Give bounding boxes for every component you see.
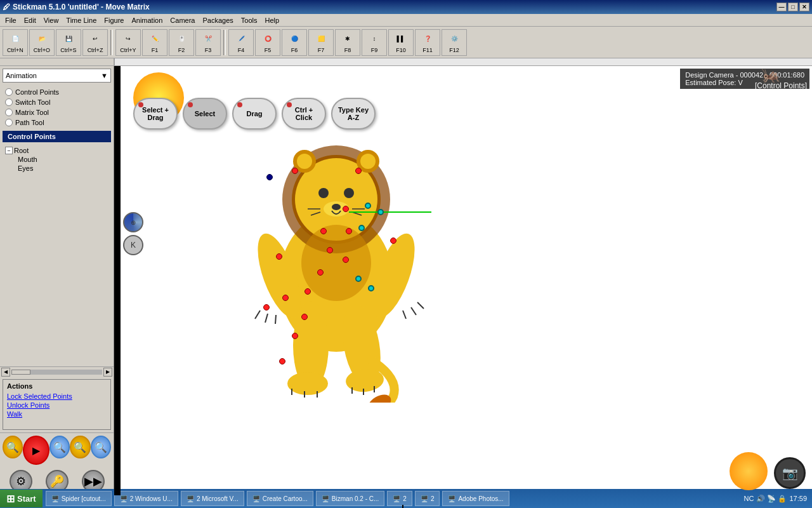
walk-link[interactable]: Walk bbox=[7, 410, 107, 418]
toolbar-btn-f4[interactable]: 🖊️F4 bbox=[228, 29, 254, 56]
toolbar-btn-f2[interactable]: 🖱️F2 bbox=[169, 29, 194, 56]
ctrl-pt-9[interactable] bbox=[358, 225, 365, 231]
ctrl-pt-10[interactable] bbox=[327, 247, 333, 253]
toolbar-btn-f9[interactable]: ↕F9 bbox=[362, 29, 387, 56]
timeline-cursor[interactable] bbox=[402, 505, 403, 508]
toolbar-btn-f10[interactable]: ▌▌F10 bbox=[388, 29, 414, 56]
toolbar-btn-ctrln[interactable]: 📄Ctrl+N bbox=[3, 29, 28, 56]
taskbar-item[interactable]: 🖥️2 bbox=[415, 491, 440, 506]
menu-item-animation[interactable]: Animation bbox=[128, 15, 166, 25]
ctrl-click-btn[interactable]: Ctrl +Click bbox=[282, 98, 326, 130]
canvas[interactable]: Design Camera - 000042 - 000:01:680 Esti… bbox=[114, 66, 812, 495]
tree: − Root Mouth Eyes bbox=[0, 144, 114, 366]
ctrl-pt-22[interactable] bbox=[279, 358, 285, 364]
canvas-tool-btn-1[interactable]: ⊕ bbox=[123, 212, 143, 232]
ctrl-pt-6[interactable] bbox=[377, 209, 384, 215]
toolbar-separator bbox=[223, 30, 226, 55]
scroll-left-btn[interactable]: ◀ bbox=[1, 368, 10, 377]
toolbar-btn-f1[interactable]: ✏️F1 bbox=[142, 29, 167, 56]
ctrl-pt-8[interactable] bbox=[346, 228, 352, 234]
scroll-track bbox=[11, 370, 102, 375]
svg-line-33 bbox=[411, 307, 416, 315]
minimize-button[interactable]: — bbox=[776, 3, 787, 11]
taskbar-item[interactable]: 🖥️Create Cartoo... bbox=[247, 491, 313, 506]
close-button[interactable]: ✕ bbox=[799, 3, 809, 11]
select-drag-btn[interactable]: Select +Drag bbox=[133, 98, 178, 130]
ctrl-pt-1[interactable] bbox=[292, 168, 298, 174]
zoom-out-icon[interactable]: 🔍 bbox=[49, 436, 70, 458]
tree-children: Mouth Eyes bbox=[18, 155, 108, 173]
ctrl-pt-7[interactable] bbox=[320, 228, 327, 234]
menu-item-camera[interactable]: Camera bbox=[166, 15, 199, 25]
ctrl-pt-15[interactable] bbox=[282, 295, 289, 301]
toolbar-btn-f6[interactable]: 🔵F6 bbox=[282, 29, 307, 56]
drag-btn[interactable]: Drag bbox=[232, 98, 277, 130]
search2-icon[interactable]: 🔍 bbox=[70, 436, 90, 458]
zoom-in-icon[interactable]: 🔍 bbox=[3, 436, 23, 458]
camera-bottom-btn[interactable]: 📷 bbox=[774, 457, 806, 489]
start-button[interactable]: ⊞ Start bbox=[0, 490, 43, 507]
tool-radio-matrix-tool[interactable]: Matrix Tool bbox=[5, 108, 108, 117]
menu-item-timeline[interactable]: Time Line bbox=[62, 15, 100, 25]
taskbar-item[interactable]: 🖥️2 Microsoft V... bbox=[181, 491, 244, 506]
taskbar-item[interactable]: 🖥️Bizman 0.2 - C... bbox=[316, 491, 384, 506]
titlebar-controls: — □ ✕ bbox=[776, 3, 809, 11]
ctrl-pt-16[interactable] bbox=[263, 304, 270, 311]
toolbar-btn-f11[interactable]: ❓F11 bbox=[415, 29, 440, 56]
taskbar-item[interactable]: 🖥️2 bbox=[387, 491, 412, 506]
taskbar-item[interactable]: 🖥️2 Windows U... bbox=[114, 491, 178, 506]
toolbar-btn-f8[interactable]: ✱F8 bbox=[335, 29, 360, 56]
select-btn[interactable]: Select bbox=[183, 98, 227, 130]
play-button[interactable]: ▶ bbox=[23, 436, 49, 465]
ctrl-pt-11[interactable] bbox=[343, 257, 349, 263]
control-points-active[interactable]: Control Points bbox=[3, 131, 111, 142]
menu-item-edit[interactable]: Edit bbox=[20, 15, 40, 25]
toolbar-btn-f5[interactable]: ⭕F5 bbox=[255, 29, 280, 56]
search3-icon[interactable]: 🔍 bbox=[91, 436, 111, 458]
ctrl-pt-18[interactable] bbox=[368, 285, 374, 291]
tree-root[interactable]: − Root bbox=[5, 146, 108, 155]
ctrl-pt-21[interactable] bbox=[292, 333, 298, 339]
toolbar-btn-ctrlz[interactable]: ↩Ctrl+Z bbox=[82, 29, 108, 56]
scroll-thumb[interactable] bbox=[11, 370, 30, 375]
toolbar-btn-ctrly[interactable]: ↪Ctrl+Y bbox=[115, 29, 141, 56]
tree-eyes[interactable]: Eyes bbox=[18, 164, 108, 173]
ctrl-pt-17[interactable] bbox=[355, 276, 362, 282]
toolbar-btn-ctrls[interactable]: 💾Ctrl+S bbox=[56, 29, 81, 56]
menu-item-view[interactable]: View bbox=[40, 15, 63, 25]
lock-points-link[interactable]: Lock Selected Points bbox=[7, 392, 107, 400]
toolbar-btn-f12[interactable]: ⚙️F12 bbox=[442, 29, 467, 56]
menu-item-packages[interactable]: Packages bbox=[199, 15, 237, 25]
menu-item-file[interactable]: File bbox=[1, 15, 20, 25]
tool-radio-switch-tool[interactable]: Switch Tool bbox=[5, 98, 108, 107]
tool-radio-path-tool[interactable]: Path Tool bbox=[5, 118, 108, 127]
menu-item-tools[interactable]: Tools bbox=[237, 15, 261, 25]
redo-icon: ↪ bbox=[121, 32, 135, 46]
ctrl-pt-20[interactable] bbox=[301, 314, 308, 320]
taskbar-item[interactable]: 🖥️Adobe Photos... bbox=[442, 491, 509, 506]
ctrl-pt-2[interactable] bbox=[355, 168, 362, 174]
toolbar-btn-f7[interactable]: 🟨F7 bbox=[308, 29, 334, 56]
taskbar-item[interactable]: 🖥️Spider [cutout... bbox=[46, 491, 112, 506]
scroll-right-btn[interactable]: ▶ bbox=[103, 368, 112, 377]
ctrl-pt-4[interactable] bbox=[343, 206, 349, 212]
toolbar-btn-ctrlo[interactable]: 📂Ctrl+O bbox=[29, 29, 55, 56]
tree-mouth[interactable]: Mouth bbox=[18, 155, 108, 164]
type-key-btn[interactable]: Type KeyA-Z bbox=[331, 98, 376, 130]
tool-radio-control-points[interactable]: Control Points bbox=[5, 88, 108, 97]
ruler-corner bbox=[0, 58, 114, 65]
animation-dropdown[interactable]: Animation ▼ bbox=[3, 69, 111, 83]
ctrl-pt-5[interactable] bbox=[365, 203, 371, 209]
ctrl-pt-12[interactable] bbox=[276, 253, 282, 260]
menu-item-help[interactable]: Help bbox=[261, 15, 283, 25]
toolbar-btn-f3[interactable]: ✂️F3 bbox=[195, 29, 221, 56]
ctrl-pt-14[interactable] bbox=[304, 288, 311, 295]
menu-item-figure[interactable]: Figure bbox=[100, 15, 128, 25]
maximize-button[interactable]: □ bbox=[788, 3, 798, 11]
tree-expand-icon[interactable]: − bbox=[5, 147, 13, 154]
ctrl-pt-19[interactable] bbox=[390, 237, 396, 244]
unlock-points-link[interactable]: Unlock Points bbox=[7, 401, 107, 409]
ctrl-pt-3[interactable] bbox=[266, 174, 273, 180]
canvas-tool-btn-k[interactable]: K bbox=[123, 235, 143, 255]
ctrl-pt-13[interactable] bbox=[317, 269, 324, 276]
